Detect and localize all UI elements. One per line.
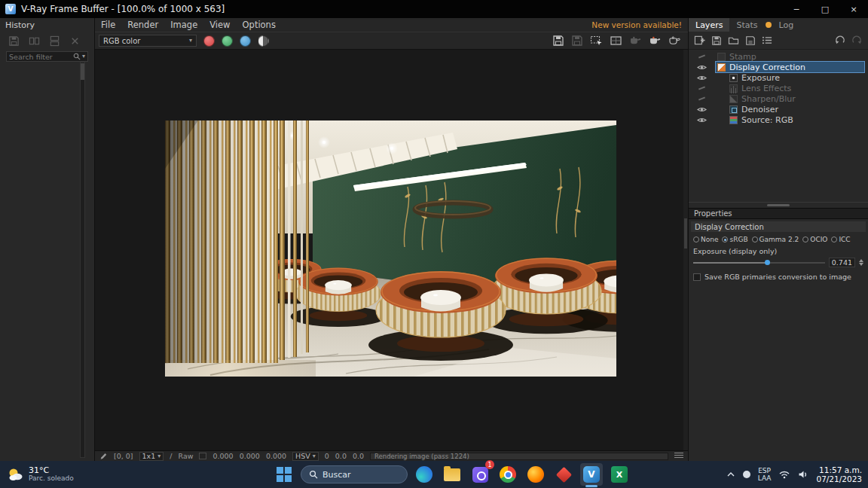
taskbar-app-chrome[interactable] xyxy=(497,463,519,486)
taskbar-app-vray[interactable]: V xyxy=(580,463,603,486)
remove-history-icon[interactable] xyxy=(67,35,82,47)
save-layers-icon[interactable] xyxy=(711,35,722,46)
radio-icc[interactable]: ICC xyxy=(831,236,850,243)
minimize-button[interactable]: ─ xyxy=(782,0,811,18)
hidden-icons-chevron-icon[interactable] xyxy=(726,471,735,477)
tab-log[interactable]: Log xyxy=(772,18,801,32)
interactive-render-icon[interactable] xyxy=(649,36,662,46)
pixel-area-dropdown[interactable]: 1x1 ▾ xyxy=(139,452,164,461)
compare-horizontal-icon[interactable] xyxy=(26,35,41,47)
region-render-icon[interactable] xyxy=(590,35,603,47)
save-preset-icon[interactable] xyxy=(745,35,756,46)
volume-icon[interactable] xyxy=(798,470,808,479)
taskbar-app-excel[interactable]: X xyxy=(608,463,631,486)
tray-time: 11:57 a.m. xyxy=(819,465,862,474)
layer-visibility-toggle[interactable] xyxy=(695,62,716,72)
channel-dropdown[interactable]: RGB color ▾ xyxy=(99,35,197,47)
save-history-icon[interactable] xyxy=(6,35,21,47)
layer-row-sharpen-blur[interactable]: Sharpen/Blur xyxy=(689,93,868,104)
status-bar: [0, 0] 1x1 ▾ / Raw 0.000 0.000 0.000 HSV… xyxy=(95,450,688,461)
exposure-slider-handle[interactable] xyxy=(765,260,770,265)
exposure-slider[interactable] xyxy=(693,259,825,267)
create-layer-icon[interactable] xyxy=(694,35,705,46)
green-channel-icon[interactable] xyxy=(222,35,233,47)
layer-options-icon[interactable] xyxy=(762,35,773,45)
menu-options[interactable]: Options xyxy=(243,20,276,30)
history-scrollbar-thumb[interactable] xyxy=(81,63,84,80)
tab-layers[interactable]: Layers xyxy=(689,18,729,32)
radio-gamma22[interactable]: Gamma 2.2 xyxy=(752,236,799,243)
notification-badge: 1 xyxy=(485,460,494,469)
sharpen-blur-layer-icon xyxy=(729,95,738,103)
wifi-icon[interactable] xyxy=(778,470,790,479)
stop-render-icon[interactable] xyxy=(629,36,642,46)
sun-cloud-icon xyxy=(8,467,24,482)
layer-visibility-toggle[interactable] xyxy=(695,51,716,62)
taskbar-search[interactable]: Buscar xyxy=(301,465,408,483)
layer-row-lens-effects[interactable]: Lens Effects xyxy=(689,83,868,93)
alpha-channel-icon[interactable] xyxy=(258,35,269,47)
proportion-guides-icon[interactable] xyxy=(610,35,622,47)
load-layers-icon[interactable] xyxy=(728,35,739,45)
render-last-icon[interactable] xyxy=(668,36,681,46)
tab-stats[interactable]: Stats xyxy=(729,18,764,32)
radio-none[interactable]: None xyxy=(693,236,718,243)
radio-srgb[interactable]: sRGB xyxy=(722,236,747,243)
history-search-input[interactable] xyxy=(9,53,72,61)
layer-list: Stamp Display Correction Exposure xyxy=(689,50,868,202)
layer-visibility-toggle[interactable] xyxy=(695,114,716,125)
file-explorer-icon xyxy=(444,468,460,481)
canvas-scrollbar-thumb[interactable] xyxy=(684,218,687,249)
blue-channel-icon[interactable] xyxy=(240,35,251,47)
search-icon xyxy=(73,53,81,60)
layer-visibility-toggle[interactable] xyxy=(695,83,716,93)
exposure-label: Exposure (display only) xyxy=(689,245,868,256)
stamp-lines-icon[interactable] xyxy=(674,453,683,459)
red-channel-icon[interactable] xyxy=(203,35,215,47)
weather-widget[interactable]: 31°C Parc. soleado xyxy=(5,461,77,488)
layer-row-exposure[interactable]: Exposure xyxy=(689,72,868,83)
redo-icon[interactable] xyxy=(851,35,863,45)
menu-file[interactable]: File xyxy=(101,20,115,30)
layer-row-display-correction[interactable]: Display Correction xyxy=(689,62,868,72)
compare-vertical-icon[interactable] xyxy=(47,35,62,47)
history-scrollbar[interactable] xyxy=(80,62,85,458)
layer-row-denoiser[interactable]: Denoiser xyxy=(689,104,868,114)
menu-image[interactable]: Image xyxy=(170,20,197,30)
layer-visibility-toggle[interactable] xyxy=(695,93,716,104)
clock-widget[interactable]: 11:57 a.m. 07/21/2023 xyxy=(816,465,862,483)
save-image-icon[interactable] xyxy=(552,35,564,47)
close-button[interactable]: × xyxy=(839,0,868,18)
menu-view[interactable]: View xyxy=(209,20,230,30)
radio-ocio[interactable]: OCIO xyxy=(802,236,827,243)
taskbar-app-file-explorer[interactable] xyxy=(441,463,463,486)
duplicate-buffer-icon[interactable] xyxy=(571,35,583,47)
radio-icon xyxy=(802,236,808,242)
menu-render[interactable]: Render xyxy=(127,20,158,30)
panel-splitter[interactable] xyxy=(689,202,868,208)
layer-visibility-toggle[interactable] xyxy=(695,72,716,83)
taskbar-app-firefox[interactable] xyxy=(524,463,547,486)
undo-icon[interactable] xyxy=(834,35,845,45)
exposure-value-field[interactable]: 0.741 xyxy=(829,258,855,267)
save-rgb-primaries-checkbox[interactable] xyxy=(693,273,701,281)
language-indicator[interactable]: ESP LAA xyxy=(758,467,772,482)
layer-row-stamp[interactable]: Stamp xyxy=(689,51,868,62)
history-panel-title: History xyxy=(0,18,94,32)
exposure-spinner[interactable] xyxy=(859,259,863,266)
layer-row-source-rgb[interactable]: Source: RGB xyxy=(689,114,868,125)
tray-app-icon[interactable] xyxy=(743,471,750,478)
hsv-caret-icon: ▾ xyxy=(313,453,316,459)
taskbar-app-purple[interactable]: 1 xyxy=(469,463,491,486)
layer-visibility-toggle[interactable] xyxy=(695,104,716,114)
taskbar-app-red-diamond[interactable] xyxy=(552,463,575,486)
weather-desc: Parc. soleado xyxy=(29,474,74,483)
hsv-dropdown[interactable]: HSV ▾ xyxy=(292,452,319,461)
new-version-link[interactable]: New version available! xyxy=(591,20,682,29)
maximize-button[interactable]: □ xyxy=(811,0,839,18)
search-filter-caret-icon[interactable]: ▾ xyxy=(82,53,85,59)
taskbar-app-edge[interactable] xyxy=(413,463,436,486)
start-button[interactable] xyxy=(273,463,295,486)
canvas-scrollbar[interactable] xyxy=(683,50,688,450)
value-value: 0.0 xyxy=(353,452,364,460)
